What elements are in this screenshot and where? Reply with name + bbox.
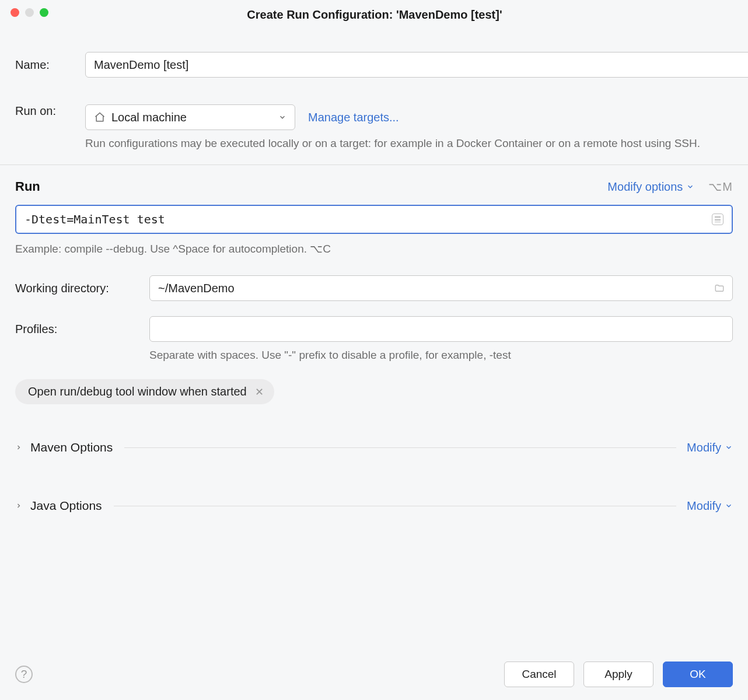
run-command-value: -Dtest=MainTest test xyxy=(25,212,165,226)
run-section-title: Run xyxy=(15,179,40,194)
maven-options-section[interactable]: Maven Options Modify xyxy=(15,430,733,465)
help-button[interactable]: ? xyxy=(15,666,33,683)
profiles-hint: Separate with spaces. Use "-" prefix to … xyxy=(149,349,733,362)
profiles-label: Profiles: xyxy=(15,323,149,336)
run-config-dialog: Create Run Configuration: 'MavenDemo [te… xyxy=(0,0,748,700)
maven-modify-link[interactable]: Modify xyxy=(687,441,733,454)
run-command-input[interactable]: -Dtest=MainTest test xyxy=(15,205,733,234)
modify-options-link[interactable]: Modify options xyxy=(607,180,694,194)
cancel-label: Cancel xyxy=(522,668,556,681)
java-options-title: Java Options xyxy=(30,499,102,513)
run-target-value: Local machine xyxy=(111,111,187,124)
java-modify-label: Modify xyxy=(687,499,721,513)
section-divider xyxy=(114,506,677,506)
titlebar: Create Run Configuration: 'MavenDemo [te… xyxy=(0,0,748,27)
dialog-footer: ? Cancel Apply OK xyxy=(0,651,748,700)
ok-label: OK xyxy=(690,668,705,681)
chevron-down-icon xyxy=(278,113,286,121)
java-modify-link[interactable]: Modify xyxy=(687,499,733,513)
close-icon[interactable]: ✕ xyxy=(255,386,264,398)
window-controls xyxy=(11,8,48,17)
maven-modify-label: Modify xyxy=(687,441,721,454)
run-on-hint: Run configurations may be executed local… xyxy=(85,135,733,152)
working-dir-label: Working directory: xyxy=(15,282,149,295)
maven-options-title: Maven Options xyxy=(30,440,113,454)
close-window-button[interactable] xyxy=(11,8,19,17)
run-on-row: Run on: Local machine Manage targets... xyxy=(15,104,733,130)
working-dir-input[interactable] xyxy=(149,275,733,301)
working-dir-row: Working directory: xyxy=(15,275,733,301)
option-chip: Open run/debug tool window when started … xyxy=(15,379,274,404)
chevron-down-icon xyxy=(686,183,694,191)
expand-field-icon[interactable] xyxy=(712,214,723,225)
name-input[interactable] xyxy=(85,52,748,78)
modify-options-label: Modify options xyxy=(607,180,683,194)
modify-options-shortcut: ⌥M xyxy=(708,180,733,194)
dialog-title: Create Run Configuration: 'MavenDemo [te… xyxy=(11,7,739,22)
help-icon: ? xyxy=(21,668,27,681)
profiles-row: Profiles: xyxy=(15,316,733,342)
chevron-down-icon xyxy=(725,502,733,510)
apply-label: Apply xyxy=(604,668,632,681)
name-label: Name: xyxy=(15,58,85,72)
chevron-right-icon xyxy=(15,444,22,451)
maximize-window-button[interactable] xyxy=(40,8,48,17)
chevron-down-icon xyxy=(725,443,733,452)
option-chip-label: Open run/debug tool window when started xyxy=(28,385,247,398)
chevron-right-icon xyxy=(15,502,22,509)
java-options-section[interactable]: Java Options Modify xyxy=(15,488,733,523)
name-row: Name: Store as project file xyxy=(15,38,733,92)
cancel-button[interactable]: Cancel xyxy=(504,662,574,687)
dialog-body: Name: Store as project file Run on: Loc xyxy=(0,27,748,651)
run-section-header: Run Modify options ⌥M xyxy=(15,165,733,205)
minimize-window-button[interactable] xyxy=(25,8,34,17)
ok-button[interactable]: OK xyxy=(663,662,733,687)
folder-icon[interactable] xyxy=(713,283,726,293)
section-divider xyxy=(124,447,676,448)
run-target-select[interactable]: Local machine xyxy=(85,104,295,130)
manage-targets-link[interactable]: Manage targets... xyxy=(308,111,399,124)
run-on-label: Run on: xyxy=(15,104,85,118)
apply-button[interactable]: Apply xyxy=(583,662,653,687)
profiles-input[interactable] xyxy=(149,316,733,342)
home-icon xyxy=(94,111,106,123)
run-command-hint: Example: compile --debug. Use ^Space for… xyxy=(15,242,733,256)
